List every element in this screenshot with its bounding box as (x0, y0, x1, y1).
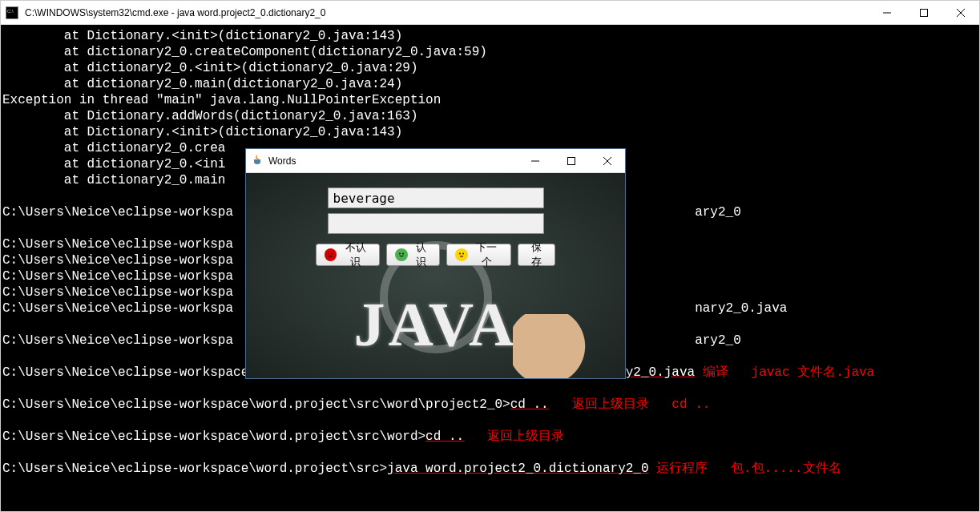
cmd-title: C:\WINDOWS\system32\cmd.exe - java word.… (25, 7, 869, 18)
know-button[interactable]: 认识 (386, 244, 441, 266)
trace-line: Exception in thread "main" java.lang.Nul… (2, 93, 441, 107)
java-close-button[interactable] (589, 149, 625, 172)
svg-rect-1 (921, 9, 928, 16)
prompt-path: C:\Users\Neice\eclipse-workspace\word.pr… (2, 429, 425, 444)
trace-line: at dictionary2_0.<init>(dictionary2_0.ja… (2, 61, 417, 75)
svg-point-9 (332, 253, 333, 255)
maximize-button[interactable] (905, 1, 942, 24)
java-titlebar[interactable]: Words (246, 149, 625, 173)
answer-input[interactable] (328, 213, 544, 234)
prompt-line: C:\Users\Neice\eclipse-workspa (2, 237, 233, 252)
hand-icon (513, 314, 625, 378)
svg-point-10 (399, 253, 401, 255)
next-button[interactable]: 下一个 (446, 244, 510, 266)
annotation: 返回上级目录 (572, 397, 649, 412)
prompt-path: C:\Users\Neice\eclipse-workspace\word.pr… (2, 462, 387, 476)
java-maximize-button[interactable] (553, 149, 589, 172)
prompt-line: C:\Users\Neice\eclipse-workspa (2, 269, 233, 284)
overflow-text: ary2_0 (695, 205, 741, 220)
btn-label: 认识 (411, 240, 432, 269)
dont-know-button[interactable]: 不认识 (316, 244, 380, 266)
neutral-face-icon (455, 248, 468, 261)
cmd-input: cd .. (510, 397, 549, 412)
trace-line: at dictionary2_0.main(dictionary2_0.java… (2, 77, 402, 91)
prompt-line: C:\Users\Neice\eclipse-workspa (2, 301, 233, 316)
overflow-text: ary2_0 (695, 333, 741, 348)
annotation: 编译 (703, 365, 728, 380)
annotation: javac 文件名.java (752, 365, 875, 380)
trace-line: at Dictionary.addWords(dictionary2_0.jav… (2, 109, 417, 123)
cmd-input: cd .. (425, 429, 464, 444)
java-minimize-button[interactable] (517, 149, 553, 172)
cmd-input: java word.project2_0.dictionary2_0 (387, 462, 648, 476)
svg-point-12 (459, 253, 461, 255)
close-button[interactable] (942, 1, 979, 24)
prompt-path: C:\Users\Neice\eclipse-workspace\word.pr… (2, 397, 510, 412)
java-cup-icon (251, 155, 264, 167)
prompt-line: C:\Users\Neice\eclipse-workspa (2, 333, 233, 348)
happy-face-icon (395, 248, 408, 261)
svg-point-11 (402, 253, 404, 255)
word-input[interactable] (328, 187, 544, 208)
java-window-title: Words (268, 155, 517, 167)
overflow-text: nary2_0.java (695, 301, 787, 316)
prompt-line: C:\Users\Neice\eclipse-workspa (2, 205, 233, 220)
cmd-icon (6, 6, 18, 19)
save-button[interactable]: 保存 (518, 244, 556, 266)
trace-line: at dictionary2_0.createComponent(diction… (2, 45, 487, 59)
java-client-area: JAVA 不认识 认识 (246, 173, 625, 378)
annotation: 运行程序 (656, 462, 708, 476)
java-words-window: Words JAVA 不认识 (245, 148, 626, 379)
btn-label: 不认识 (340, 240, 371, 269)
svg-rect-5 (567, 157, 575, 164)
annotation: 返回上级目录 (487, 429, 564, 444)
trace-line: at Dictionary.<init>(dictionary2_0.java:… (2, 125, 402, 139)
svg-point-13 (462, 253, 464, 255)
trace-line: at dictionary2_0.main (2, 173, 225, 187)
sad-face-icon (325, 248, 337, 261)
cmd-titlebar[interactable]: C:\WINDOWS\system32\cmd.exe - java word.… (1, 1, 979, 25)
btn-label: 下一个 (471, 240, 502, 269)
trace-line: at Dictionary.<init>(dictionary2_0.java:… (2, 29, 402, 43)
trace-line: at dictionary2_0.crea (2, 141, 225, 155)
annotation: 包.包.....文件名 (731, 462, 841, 476)
minimize-button[interactable] (869, 1, 905, 24)
annotation: cd .. (671, 397, 710, 412)
btn-label: 保存 (526, 240, 547, 269)
prompt-line: C:\Users\Neice\eclipse-workspa (2, 253, 233, 268)
trace-line: at dictionary2_0.<ini (2, 157, 225, 171)
prompt-line: C:\Users\Neice\eclipse-workspa (2, 285, 233, 300)
svg-point-8 (329, 253, 330, 255)
